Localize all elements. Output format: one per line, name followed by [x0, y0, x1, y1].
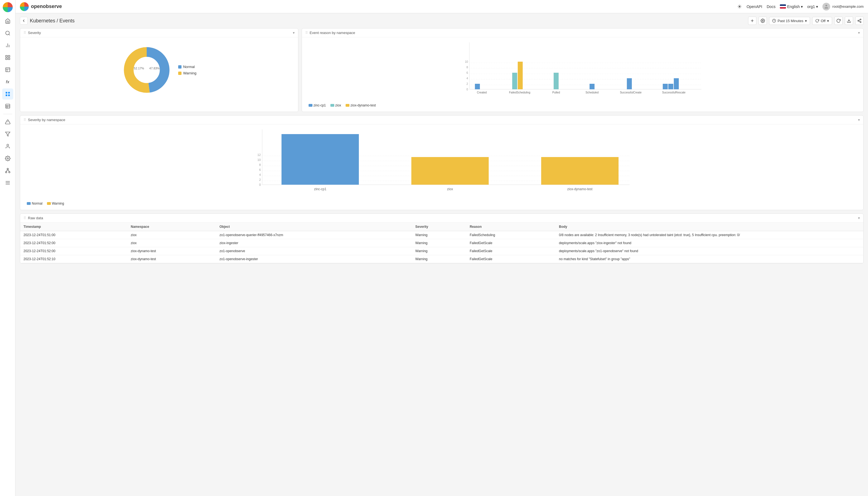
legend-warning-bar-color	[47, 202, 51, 205]
share-button[interactable]	[855, 17, 864, 25]
svg-rect-8	[5, 58, 7, 60]
svg-rect-7	[8, 58, 10, 60]
svg-rect-67	[553, 73, 559, 89]
settings-button[interactable]	[759, 17, 767, 25]
raw-data-panel: ⠿ Raw data ▾ Timestamp Namespace Object …	[20, 214, 864, 263]
legend-normal-bar-label: Normal	[32, 202, 43, 205]
cell-severity: Warning	[412, 239, 466, 247]
sidebar-logo	[3, 2, 13, 12]
sidebar-item-settings[interactable]	[2, 153, 13, 164]
sidebar-item-reports[interactable]	[2, 100, 13, 112]
back-button[interactable]	[20, 17, 28, 25]
raw-data-drag-icon: ⠿	[23, 216, 26, 220]
svg-text:FailedScheduling: FailedScheduling	[509, 91, 530, 94]
theme-toggle[interactable]: ☀	[737, 3, 742, 10]
svg-point-26	[5, 171, 6, 173]
page-title: Kubernetes / Events	[30, 18, 75, 24]
sidebar-item-active-dashboards[interactable]	[2, 89, 13, 99]
cell-object: ziox-ingester	[216, 239, 412, 247]
severity-panel: ⠿ Severity ▾	[20, 28, 299, 112]
cell-body: 0/8 nodes are available: 2 Insufficient …	[556, 231, 863, 239]
cell-reason: FailedGetScale	[466, 255, 556, 263]
user-menu[interactable]: root@example.com	[822, 3, 864, 11]
auto-refresh-button[interactable]: Off ▾	[812, 17, 832, 25]
raw-data-table-body: 2023-12-24T01:51:00zioxzo1-openobserve-q…	[20, 231, 863, 263]
sidebar-item-logs[interactable]	[2, 64, 13, 75]
severity-panel-header: ⠿ Severity ▾	[20, 29, 298, 37]
svg-rect-65	[518, 62, 523, 89]
top-panels-row: ⠿ Severity ▾	[20, 28, 864, 112]
sidebar-item-pipelines[interactable]	[2, 128, 13, 140]
svg-text:Created: Created	[477, 91, 487, 94]
svg-line-1	[9, 34, 10, 35]
event-reason-title-text: Event reason by namespace	[310, 31, 355, 35]
raw-data-menu-icon[interactable]: ▾	[858, 216, 860, 220]
legend-warning-dot	[178, 72, 181, 75]
openapi-link[interactable]: OpenAPI	[746, 4, 762, 9]
table-row: 2023-12-24T01:52:00zioxziox-ingesterWarn…	[20, 239, 863, 247]
severity-namespace-header: ⠿ Severity by namespace ▾	[20, 115, 863, 124]
bar-ziox-dynamo-warning	[541, 157, 618, 185]
svg-line-29	[8, 170, 10, 172]
svg-rect-71	[627, 78, 632, 89]
language-selector[interactable]: English ▾	[780, 4, 803, 9]
donut-legend: Normal Warning	[178, 65, 196, 75]
sidebar: fx	[0, 0, 15, 496]
user-avatar	[822, 3, 830, 11]
svg-rect-9	[5, 68, 10, 72]
legend-zinc-cp1: zinc-cp1	[309, 104, 326, 107]
legend-normal-label: Normal	[183, 65, 195, 69]
sidebar-item-search[interactable]	[2, 28, 13, 39]
sidebar-item-home[interactable]	[2, 15, 13, 27]
svg-text:6: 6	[259, 168, 261, 171]
event-reason-menu-icon[interactable]: ▾	[858, 31, 860, 35]
add-panel-button[interactable]	[748, 17, 756, 25]
svg-text:0: 0	[259, 183, 261, 186]
time-range-button[interactable]: Past 15 Minutes ▾	[769, 17, 810, 25]
cell-namespace: ziox	[127, 239, 216, 247]
raw-data-header-row: Timestamp Namespace Object Severity Reas…	[20, 222, 863, 231]
sidebar-item-integrations[interactable]	[2, 165, 13, 176]
sidebar-item-metrics[interactable]	[2, 40, 13, 51]
svg-text:4: 4	[466, 77, 468, 80]
cell-reason: FailedGetScale	[466, 239, 556, 247]
auto-refresh-label: Off	[821, 19, 825, 23]
svg-text:Scheduled: Scheduled	[585, 91, 598, 94]
svg-text:ziox: ziox	[447, 187, 453, 191]
sidebar-item-alerts[interactable]	[2, 117, 13, 127]
legend-zinc-cp1-label: zinc-cp1	[314, 104, 326, 107]
org-selector[interactable]: org1 ▾	[807, 4, 818, 9]
svg-marker-22	[5, 132, 10, 136]
legend-ziox: ziox	[331, 104, 341, 107]
topnav-left: openobserve	[20, 2, 62, 11]
sidebar-item-users[interactable]	[2, 141, 13, 152]
svg-text:2: 2	[259, 178, 261, 181]
legend-warning: Warning	[178, 71, 196, 75]
col-timestamp: Timestamp	[20, 222, 127, 231]
event-reason-drag-icon: ⠿	[305, 31, 308, 35]
raw-data-title-text: Raw data	[28, 216, 43, 220]
svg-rect-5	[5, 56, 7, 57]
donut-chart-container: 52.17% 47.83% Normal Warning	[23, 41, 295, 99]
cell-severity: Warning	[412, 255, 466, 263]
download-button[interactable]	[845, 17, 853, 25]
svg-text:12: 12	[257, 153, 261, 156]
time-chevron-icon: ▾	[805, 19, 807, 23]
sidebar-item-menu[interactable]	[2, 177, 13, 188]
svg-point-36	[762, 20, 763, 21]
severity-menu-icon[interactable]: ▾	[293, 31, 295, 35]
svg-text:zinc-cp1: zinc-cp1	[314, 187, 326, 191]
svg-point-23	[6, 144, 9, 146]
refresh-button[interactable]	[834, 17, 842, 25]
sidebar-item-functions[interactable]: fx	[2, 76, 13, 87]
cell-timestamp: 2023-12-24T01:52:00	[20, 247, 127, 255]
language-label: English	[787, 4, 800, 9]
docs-link[interactable]: Docs	[767, 4, 775, 9]
cell-body: deployments/scale.apps "ziox-ingester" n…	[556, 239, 863, 247]
cell-severity: Warning	[412, 231, 466, 239]
sidebar-item-dashboards[interactable]	[2, 52, 13, 63]
severity-namespace-menu-icon[interactable]: ▾	[858, 118, 860, 122]
bar-zinc-normal	[282, 134, 359, 185]
topnav-right: ☀ OpenAPI Docs English ▾ org1 ▾	[737, 3, 864, 11]
legend-ziox-dynamo-color	[345, 104, 350, 107]
